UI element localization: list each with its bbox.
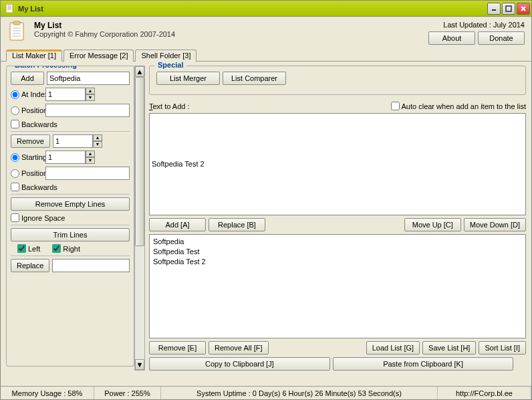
last-updated-text: Last Updated : July 2014 <box>428 21 525 29</box>
text-to-add-input[interactable] <box>149 113 526 215</box>
batch-add-button[interactable]: Add <box>11 72 44 85</box>
paste-clipboard-button[interactable]: Paste from Clipboard [K] <box>333 357 514 371</box>
list-item[interactable]: Softpedia Test 2 <box>153 257 522 267</box>
copy-clipboard-button[interactable]: Copy to Clipboard [J] <box>149 357 330 371</box>
at-index-radio[interactable]: At Index <box>11 90 43 99</box>
app-icon <box>7 21 29 42</box>
save-list-button[interactable]: Save List [H] <box>422 341 476 355</box>
scroll-down-icon[interactable]: ▼ <box>135 359 144 370</box>
trim-right-check[interactable]: Right <box>52 244 80 253</box>
backwards-check-2[interactable]: Backwards <box>11 183 57 191</box>
spin-down-icon[interactable]: ▼ <box>93 141 102 148</box>
remove-item-button[interactable]: Remove [E] <box>149 341 206 355</box>
app-name: My List <box>34 21 428 30</box>
status-memory: Memory Usage : 58% <box>1 387 94 399</box>
batch-replace-input[interactable] <box>52 259 130 272</box>
remove-spinner[interactable] <box>53 134 93 148</box>
status-uptime: System Uptime : 0 Day(s) 6 Hour(s) 26 Mi… <box>161 387 438 399</box>
trim-left-check[interactable]: Left <box>17 244 40 253</box>
window-title: My List <box>18 5 487 13</box>
spin-up-icon[interactable]: ▲ <box>86 151 95 157</box>
list-merger-button[interactable]: List Merger <box>156 72 220 85</box>
special-legend: Special <box>155 61 186 69</box>
special-group: Special List Merger List Comparer <box>149 66 526 95</box>
move-down-button[interactable]: Move Down [D] <box>464 218 526 231</box>
text-to-add-label: Text to Add : <box>149 102 190 110</box>
maximize-button[interactable] <box>502 3 515 15</box>
spin-up-icon[interactable]: ▲ <box>93 134 102 141</box>
starting-at-radio[interactable]: Starting at <box>11 153 43 162</box>
status-url: http://FCorp.bl.ee <box>438 387 531 399</box>
position-of-radio[interactable]: Position of <box>11 106 43 115</box>
position-of-radio-2[interactable]: Position of <box>11 169 43 178</box>
batch-processing-group: Batch Processing Add At Index ▲▼ Positio… <box>6 66 134 367</box>
batch-legend: Batch Processing <box>12 66 80 69</box>
app-icon-small <box>5 3 15 14</box>
at-index-spinner[interactable] <box>45 88 86 101</box>
remove-all-button[interactable]: Remove All [F] <box>209 341 269 355</box>
auto-clear-check[interactable]: Auto clear when add an item to the list <box>391 102 527 110</box>
position-of-input-2[interactable] <box>45 167 130 180</box>
copyright-text: Copyright © Fahmy Corporation 2007-2014 <box>34 30 428 38</box>
left-scrollbar[interactable]: ▲ ▼ <box>134 66 145 371</box>
backwards-check[interactable]: Backwards <box>11 120 57 128</box>
list-comparer-button[interactable]: List Comparer <box>223 72 286 85</box>
tab-shell-folder[interactable]: Shell Folder [3] <box>135 49 196 62</box>
minimize-button[interactable] <box>487 3 501 15</box>
about-button[interactable]: About <box>428 31 475 45</box>
replace-button[interactable]: Replace [B] <box>209 218 265 231</box>
status-power: Power : 255% <box>94 387 161 399</box>
ignore-space-check[interactable]: Ignore Space <box>11 213 65 222</box>
svg-rect-10 <box>13 21 20 25</box>
add-button[interactable]: Add [A] <box>149 218 206 231</box>
scroll-thumb[interactable] <box>135 77 144 246</box>
list-item[interactable]: Softpedia <box>153 237 522 247</box>
trim-lines-button[interactable]: Trim Lines <box>11 228 130 241</box>
load-list-button[interactable]: Load List [G] <box>366 341 420 355</box>
svg-rect-6 <box>506 6 511 11</box>
starting-at-spinner[interactable] <box>45 151 86 164</box>
tab-error-message[interactable]: Error Message [2] <box>63 49 134 62</box>
spin-down-icon[interactable]: ▼ <box>86 157 95 164</box>
position-of-input[interactable] <box>45 104 130 117</box>
sort-list-button[interactable]: Sort List [I] <box>479 341 526 355</box>
list-item[interactable]: Softpedia Test <box>153 247 522 257</box>
spin-up-icon[interactable]: ▲ <box>86 88 95 94</box>
scroll-up-icon[interactable]: ▲ <box>135 66 144 77</box>
donate-button[interactable]: Donate <box>478 31 525 45</box>
svg-rect-1 <box>7 3 11 5</box>
spin-down-icon[interactable]: ▼ <box>86 94 95 101</box>
batch-replace-button[interactable]: Replace <box>11 259 49 272</box>
list-box[interactable]: Softpedia Softpedia Test Softpedia Test … <box>149 234 526 339</box>
batch-add-input[interactable] <box>47 72 130 85</box>
tab-list-maker[interactable]: List Maker [1] <box>6 49 62 62</box>
svg-rect-9 <box>10 23 23 40</box>
move-up-button[interactable]: Move Up [C] <box>404 218 461 231</box>
remove-empty-lines-button[interactable]: Remove Empty Lines <box>11 197 130 211</box>
batch-remove-button[interactable]: Remove <box>11 134 50 148</box>
window-titlebar: My List <box>0 0 532 17</box>
close-button[interactable] <box>517 3 530 15</box>
